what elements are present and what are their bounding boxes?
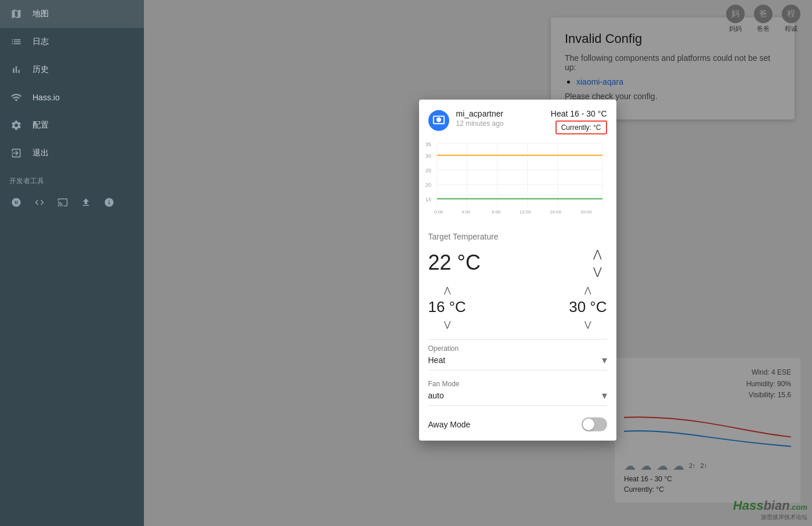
exit-icon (9, 146, 23, 160)
main-content: 妈 妈妈 爸 爸爸 程 程诚 Invalid Config The follow… (144, 0, 812, 526)
svg-text:20: 20 (425, 182, 431, 187)
antenna-icon[interactable] (9, 195, 23, 209)
min-temp-item: ⋀ 16 °C ⋁ (428, 281, 466, 332)
max-temp-value: 30 °C (569, 298, 607, 315)
svg-text:12:00: 12:00 (519, 209, 532, 214)
operation-select-row[interactable]: Heat ▾ (428, 353, 607, 370)
target-temp-arrows: ⋀ ⋁ (589, 245, 607, 279)
svg-text:30: 30 (425, 153, 431, 158)
min-temp-value: 16 °C (428, 298, 466, 315)
minmax-row: ⋀ 16 °C ⋁ ⋀ 30 °C ⋁ (419, 281, 616, 339)
max-temp-down-button[interactable]: ⋁ (579, 315, 597, 332)
modal-card: mi_acpartner 12 minutes ago Heat 16 - 30… (419, 99, 616, 440)
temperature-chart: 35 30 25 20 15 (424, 139, 607, 220)
svg-text:16:00: 16:00 (550, 209, 562, 214)
fan-mode-section: Fan Mode auto ▾ (419, 379, 616, 415)
sidebar-label-history: 历史 (33, 64, 49, 75)
fan-mode-value: auto (428, 390, 444, 400)
modal-header: mi_acpartner 12 minutes ago Heat 16 - 30… (419, 99, 616, 134)
sidebar-label-config: 配置 (33, 120, 49, 130)
chart-area: 35 30 25 20 15 (419, 134, 616, 224)
map-icon (9, 7, 23, 21)
target-temp-down-button[interactable]: ⋁ (589, 263, 607, 279)
svg-text:20:00: 20:00 (580, 209, 593, 214)
target-temp-up-button[interactable]: ⋀ (589, 245, 607, 262)
fan-mode-dropdown-icon[interactable]: ▾ (602, 389, 607, 401)
list-icon (9, 35, 23, 49)
svg-text:8:00: 8:00 (492, 209, 501, 214)
modal-entity-name: mi_acpartner (456, 108, 544, 118)
away-mode-row: Away Mode (419, 415, 616, 440)
min-temp-down-button[interactable]: ⋁ (438, 315, 456, 332)
max-temp-item: ⋀ 30 °C ⋁ (569, 281, 607, 332)
modal-time: 12 minutes ago (456, 119, 544, 127)
min-temp-up-button[interactable]: ⋀ (438, 281, 456, 298)
svg-text:4:00: 4:00 (461, 209, 471, 214)
currently-badge: Currently: °C (555, 120, 607, 134)
sidebar-label-logout: 退出 (33, 148, 49, 158)
upload-icon[interactable] (79, 195, 93, 209)
operation-dropdown-icon[interactable]: ▾ (602, 353, 607, 366)
bar-chart-icon (9, 63, 23, 77)
info-icon[interactable] (102, 195, 116, 209)
fan-mode-select-row[interactable]: auto ▾ (428, 389, 607, 405)
toggle-knob (583, 418, 594, 430)
target-temp-value: 22 °C (428, 250, 481, 274)
fan-mode-label: Fan Mode (428, 379, 607, 387)
operation-label: Operation (428, 344, 607, 352)
max-temp-up-button[interactable]: ⋀ (579, 281, 597, 298)
sidebar-item-logout[interactable]: 退出 (0, 139, 144, 167)
cast-icon[interactable] (56, 195, 70, 209)
ac-icon (432, 114, 445, 126)
gear-icon (9, 118, 23, 132)
sidebar-item-history[interactable]: 历史 (0, 56, 144, 84)
operation-section: Operation Heat ▾ (419, 344, 616, 379)
away-mode-label: Away Mode (428, 419, 471, 429)
modal-avatar (428, 110, 449, 130)
heat-label: Heat 16 - 30 °C (551, 108, 607, 118)
svg-text:25: 25 (425, 167, 431, 173)
modal-heat-badge: Heat 16 - 30 °C Currently: °C (551, 108, 607, 134)
sidebar-item-map[interactable]: 地图 (0, 0, 144, 28)
svg-text:0:00: 0:00 (434, 209, 443, 214)
sidebar-item-log[interactable]: 日志 (0, 28, 144, 56)
svg-text:35: 35 (425, 141, 431, 147)
sidebar: 地图 日志 历史 Hass.io 配置 退出 开发者工具 (0, 0, 144, 526)
code-icon[interactable] (33, 195, 46, 209)
dev-tools-label: 开发者工具 (0, 167, 144, 191)
dev-tools-row (0, 191, 144, 214)
modal-title-area: mi_acpartner 12 minutes ago (456, 108, 544, 127)
sidebar-label-map: 地图 (33, 9, 49, 19)
svg-text:15: 15 (425, 196, 431, 202)
sidebar-label-hassio: Hass.io (33, 93, 60, 102)
wifi-icon (9, 90, 23, 104)
sidebar-item-hassio[interactable]: Hass.io (0, 84, 144, 111)
away-mode-toggle[interactable] (582, 417, 607, 431)
divider-1 (428, 339, 607, 339)
sidebar-item-config[interactable]: 配置 (0, 111, 144, 139)
target-temp-row: 22 °C ⋀ ⋁ (428, 245, 607, 279)
operation-value: Heat (428, 355, 446, 364)
target-temp-section: Target Temperature 22 °C ⋀ ⋁ (419, 224, 616, 279)
target-temp-title: Target Temperature (428, 231, 607, 241)
sidebar-label-log: 日志 (33, 37, 49, 47)
